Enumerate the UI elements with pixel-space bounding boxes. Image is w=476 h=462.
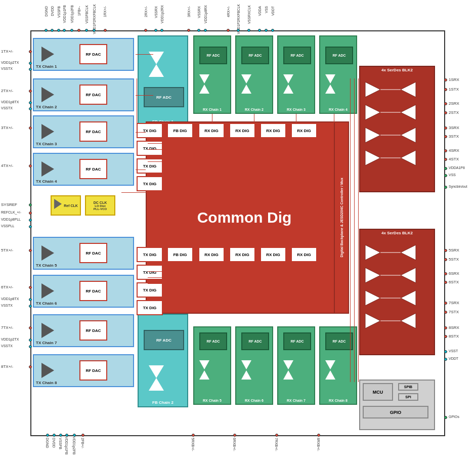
pin-label-vdd1p2fb-bot: VDD1p2FB xyxy=(72,437,76,454)
sig-tx3-to-dig xyxy=(136,132,146,133)
rx-chain-6-block: RX Chain 6 RF ADC xyxy=(235,326,273,405)
rf-dac-8: RF DAC xyxy=(79,360,107,381)
pin-dot-vssrxclk-top xyxy=(247,29,250,32)
bus-h-3 xyxy=(148,155,330,156)
rx-chain-6-label: RX Chain 6 xyxy=(245,399,264,402)
rx3-tri2 xyxy=(283,85,293,94)
pin-dot-syncbin-r xyxy=(444,186,447,189)
svg-marker-22 xyxy=(401,313,416,328)
tx-dig-8: TX DIG xyxy=(137,300,163,315)
pin-dot-vssfbclk-top xyxy=(85,29,88,32)
pin-label-6tx-left: 6TX+/- xyxy=(1,285,13,289)
pin-dot-5stx-r xyxy=(444,258,447,261)
svg-marker-19 xyxy=(401,290,416,306)
rx6-tri1 xyxy=(241,360,251,369)
pin-dot-dvdd-bot xyxy=(53,434,56,437)
pin-dot-vssfb-bot xyxy=(59,434,62,437)
bus-v-serdes-3 xyxy=(358,78,359,382)
pin-label-3rx: 3RX+/- xyxy=(187,6,191,17)
pin-dot-8stx-r xyxy=(444,335,447,338)
svg-marker-18 xyxy=(365,290,380,306)
pin-label-4stx: 4STX xyxy=(449,157,459,161)
common-dig-label: Common Dig xyxy=(197,209,292,226)
bus-h-7 xyxy=(148,277,330,278)
tx-amp-3-icon xyxy=(41,124,54,139)
pin-label-vdd1p8pll: VDD1p8PLL xyxy=(1,218,21,221)
pin-dot-vsst-r xyxy=(444,350,447,353)
pin-dot-1rx-top xyxy=(104,29,107,32)
rf-dac-5: RF DAC xyxy=(79,243,107,263)
svg-marker-0 xyxy=(365,82,380,97)
pin-label-4srx: 4SRX xyxy=(449,148,459,153)
mcu-area: MCU SPIB SPI GPIO xyxy=(359,380,435,430)
pin-label-vdd1p1fb-bot: VDD1p1FB xyxy=(65,437,68,454)
bus-h-5 xyxy=(148,265,330,266)
pin-dot-5rxb-bot xyxy=(192,434,195,437)
tx-amp-5-icon xyxy=(41,245,54,261)
rx-chain-4-block: RX Chain 4 RF ADC xyxy=(319,35,357,114)
svg-marker-13 xyxy=(401,245,416,260)
rx7-tri2 xyxy=(283,370,293,380)
tx-chain-3-label: TX Chain 3 xyxy=(36,142,57,146)
rx-chain-8-label: RX Chain 8 xyxy=(329,399,348,402)
pin-dot-vsstx4-l xyxy=(29,345,32,348)
common-dig-block: Common Dig xyxy=(146,121,343,314)
ref-clk-block: Ref CLK xyxy=(51,195,81,216)
pin-dot-dvdd-top xyxy=(51,29,54,32)
rf-dac-7: RF DAC xyxy=(79,320,107,341)
pin-dot-sysref xyxy=(29,203,32,206)
pin-dot-gpios-r xyxy=(444,416,447,419)
pin-label-vdd1p2fb: VDD1p2FB xyxy=(70,5,74,23)
tx-chain-8-label: TX Chain 8 xyxy=(36,381,57,385)
svg-marker-21 xyxy=(365,313,380,328)
pin-dot-1stx-r xyxy=(444,88,447,91)
svg-marker-3 xyxy=(365,105,380,120)
tx-chain-2-block: TX Chain 2 RF DAC xyxy=(33,78,134,111)
rx1-tri2 xyxy=(199,85,209,94)
fb-dig-bot-1: FB DIG xyxy=(167,247,193,262)
dc-clk-label: DC CLK xyxy=(94,201,107,204)
pin-dot-refclk xyxy=(29,212,32,215)
bus-v-serdes-2 xyxy=(354,78,355,382)
svg-marker-6 xyxy=(365,128,380,143)
pin-dot-2rx-top xyxy=(144,29,147,32)
rf-adc-rx5: RF ADC xyxy=(199,332,227,350)
pin-dot-1srx-r xyxy=(444,78,447,81)
rx6-tri2 xyxy=(241,370,251,380)
rx1-tri1 xyxy=(199,74,209,83)
rx8-tri1 xyxy=(325,360,335,369)
chip-right-border xyxy=(444,30,445,435)
pin-label-vsspll: VSSPLL xyxy=(1,224,14,228)
rf-dac-6: RF DAC xyxy=(79,281,107,301)
pin-label-8srx: 8SRX xyxy=(449,325,459,330)
pin-label-1tx-left: 1TX+/- xyxy=(1,49,13,54)
pin-dot-7stx-r xyxy=(444,311,447,314)
tx-chain-1-block: TX Chain 1 RF DAC xyxy=(33,38,134,71)
tx-amp-2-icon xyxy=(41,87,54,102)
tx-chain-7-block: TX Chain 7 RF DAC xyxy=(33,314,134,347)
pin-dot-vss-top xyxy=(265,29,268,32)
tx-dig-4: TX DIG xyxy=(137,176,163,191)
pin-label-vssrx-2: VSSRX xyxy=(197,6,201,18)
mcu-block: MCU xyxy=(363,383,393,401)
pin-dot-1fb-top xyxy=(77,29,80,32)
tx-chain-8-block: TX Chain 8 RF DAC xyxy=(33,354,134,387)
pin-label-vdd1p2rx: VDD1p2RX xyxy=(160,5,164,23)
pin-dot-vsstx1-l xyxy=(29,68,32,71)
pin-label-vssrx-1: VSSRX xyxy=(154,6,158,18)
pin-dot-vdd1p1fb-top xyxy=(63,29,66,32)
pin-dot-vdd1p2fb-bot xyxy=(73,434,76,437)
pin-dot-6tx xyxy=(29,286,32,289)
rf-adc-rx1: RF ADC xyxy=(199,47,227,64)
serdes-blk2-top: 4x SerDes BLK2 xyxy=(359,66,435,192)
sig-rx1-v-top xyxy=(212,114,212,123)
pin-dot-vdd1p8tx2-l xyxy=(29,298,32,301)
pin-label-5tx-left: 5TX+/- xyxy=(1,248,13,253)
sig-tx1-to-dig xyxy=(136,54,153,55)
rx8-tri2 xyxy=(325,370,335,380)
rx-dig-top-1: RX DIG xyxy=(198,123,225,138)
pin-label-vssfb-top: VSSFB xyxy=(57,6,61,18)
pin-dot-vdd1p2fb-top xyxy=(70,29,73,32)
tx-amp-8-icon xyxy=(41,363,54,378)
fb-chain-2-tri xyxy=(149,365,164,378)
